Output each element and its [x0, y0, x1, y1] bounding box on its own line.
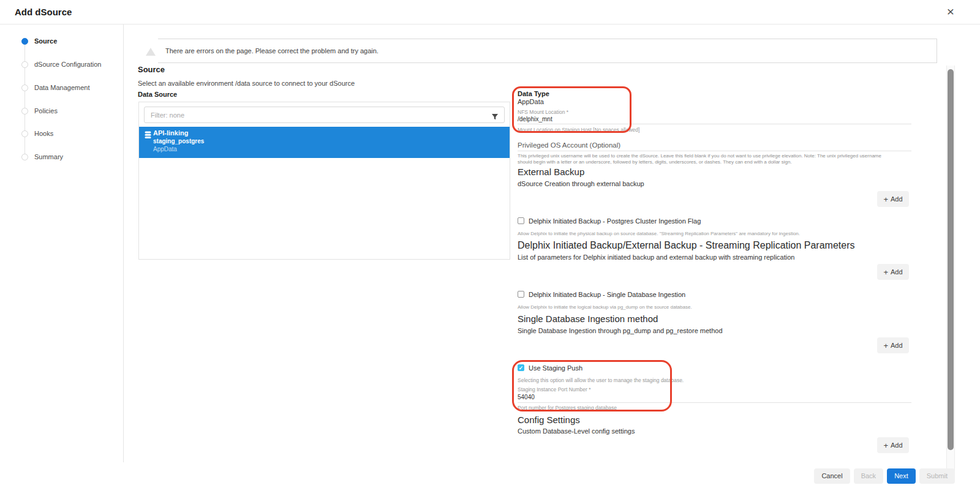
nfs-mount-location-label: NFS Mount Location * — [518, 109, 568, 115]
data-source-type: AppData — [153, 146, 177, 152]
filter-funnel-icon[interactable] — [491, 112, 499, 123]
plus-icon: + — [883, 195, 888, 203]
wizard-sidebar: Source dSource Configuration Data Manage… — [0, 24, 124, 462]
single-db-method-heading: Single Database Ingestion method — [518, 314, 658, 324]
data-source-list-item-selected[interactable]: API-linking staging_postgres AppData — [139, 127, 510, 158]
sidebar-item-hooks[interactable]: Hooks — [0, 130, 124, 138]
external-backup-sub: dSource Creation through external backup — [518, 180, 644, 187]
step-label: Policies — [34, 107, 58, 115]
data-type-label: Data Type — [518, 90, 549, 97]
privileged-os-account-help: This privileged unix username will be us… — [518, 153, 884, 165]
source-section-subheading: Select an available environment /data so… — [138, 80, 355, 87]
database-icon — [145, 130, 151, 141]
sidebar-item-summary[interactable]: Summary — [0, 153, 124, 162]
add-button-label: Add — [891, 195, 903, 203]
step-dot-icon — [21, 108, 28, 115]
config-settings-add-button[interactable]: + Add — [877, 437, 909, 453]
config-settings-heading: Config Settings — [518, 415, 580, 425]
sidebar-item-dsource-configuration[interactable]: dSource Configuration — [0, 61, 124, 69]
single-db-method-sub: Single Database Ingestion through pg_dum… — [518, 327, 723, 334]
field-underline — [518, 402, 911, 403]
cluster-ingestion-checkbox[interactable] — [518, 217, 524, 224]
single-db-ingestion-hint: Allow Delphix to initiate the logical ba… — [518, 304, 692, 310]
step-label: Data Management — [34, 84, 90, 91]
streaming-params-sub: List of parameters for Delphix initiated… — [518, 254, 794, 261]
external-backup-add-button[interactable]: + Add — [877, 191, 909, 207]
error-banner-text: There are errors on the page. Please cor… — [165, 39, 379, 63]
close-icon[interactable]: × — [941, 2, 960, 21]
source-section-heading: Source — [138, 65, 165, 74]
cluster-ingestion-hint: Allow Delphix to initiate the physical b… — [518, 231, 800, 236]
dialog-header: Add dSource × — [0, 0, 980, 24]
nfs-mount-location-field[interactable]: /delphix_mnt — [518, 116, 552, 122]
submit-button[interactable]: Submit — [919, 468, 955, 484]
data-source-label: Data Source — [138, 91, 177, 98]
use-staging-push-checkbox[interactable]: ✓ — [518, 364, 524, 371]
cancel-button[interactable]: Cancel — [814, 468, 850, 484]
add-button-label: Add — [891, 442, 903, 449]
single-db-ingestion-label: Delphix Initiated Backup - Single Databa… — [529, 291, 685, 298]
staging-port-hint: Port number for Postgres staging databas… — [518, 405, 617, 411]
config-settings-sub: Custom Database-Level config settings — [518, 427, 635, 435]
step-dot-icon — [21, 85, 28, 91]
staging-port-field[interactable]: 54040 — [518, 394, 535, 400]
step-dot-icon — [21, 130, 28, 137]
page-title: Add dSource — [15, 0, 72, 24]
step-dot-icon — [21, 38, 28, 45]
plus-icon: + — [883, 342, 888, 350]
plus-icon: + — [883, 442, 888, 449]
data-type-value: AppData — [518, 98, 544, 105]
filter-input[interactable] — [146, 108, 489, 122]
filter-box — [144, 107, 505, 123]
next-button[interactable]: Next — [887, 468, 916, 484]
add-button-label: Add — [891, 342, 903, 349]
sidebar-item-data-management[interactable]: Data Management — [0, 84, 124, 92]
data-source-name: API-linking — [153, 129, 188, 137]
cluster-ingestion-label: Delphix Initiated Backup - Postgres Clus… — [529, 217, 701, 225]
streaming-params-heading: Delphix Initiated Backup/External Backup… — [518, 240, 855, 251]
footer-actions: Cancel Back Next Submit — [814, 468, 955, 484]
single-db-method-add-button[interactable]: + Add — [877, 337, 909, 353]
single-db-ingestion-checkbox[interactable] — [518, 291, 524, 298]
external-backup-heading: External Backup — [518, 167, 584, 177]
step-label: Source — [34, 37, 57, 45]
staging-port-label: Staging Instance Port Number * — [518, 386, 591, 393]
plus-icon: + — [883, 268, 888, 276]
nfs-mount-location-hint: Mount Location on Staging Host [No space… — [518, 127, 639, 133]
step-dot-icon — [21, 154, 28, 160]
add-button-label: Add — [891, 268, 903, 276]
field-underline — [518, 124, 911, 124]
field-underline — [518, 151, 911, 151]
sidebar-item-policies[interactable]: Policies — [0, 107, 124, 116]
content-scrollbar-thumb[interactable] — [948, 69, 954, 450]
step-label: dSource Configuration — [34, 61, 101, 68]
data-source-instance: staging_postgres — [153, 138, 204, 145]
streaming-params-add-button[interactable]: + Add — [877, 264, 909, 280]
data-source-panel: API-linking staging_postgres AppData — [138, 102, 510, 260]
use-staging-push-label: Use Staging Push — [529, 364, 582, 372]
use-staging-push-hint: Selecting this option will allow the use… — [518, 377, 684, 383]
back-button[interactable]: Back — [854, 468, 883, 484]
sidebar-item-source[interactable]: Source — [0, 37, 124, 46]
step-dot-icon — [21, 61, 28, 68]
step-label: Hooks — [34, 130, 53, 137]
privileged-os-account-label: Privileged OS Account (Optional) — [518, 141, 620, 149]
warning-triangle-icon — [146, 48, 156, 56]
step-label: Summary — [34, 153, 63, 160]
